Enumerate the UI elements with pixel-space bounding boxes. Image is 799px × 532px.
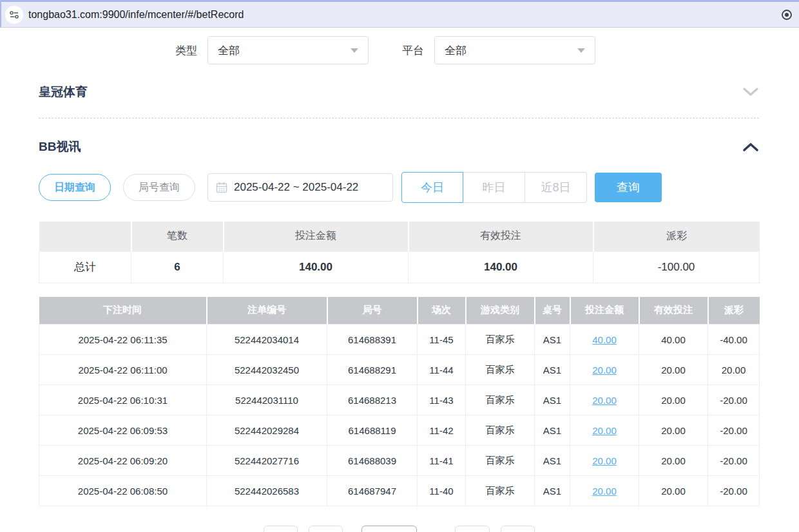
pagination-prev-button[interactable] — [309, 526, 343, 532]
bet-amount-link[interactable]: 20.00 — [592, 395, 617, 406]
cell-valid_bet: 40.00 — [639, 325, 708, 355]
cell-round_no: 614688039 — [327, 446, 418, 476]
cell-round_no: 614688291 — [327, 355, 418, 385]
section-crown-sports[interactable]: 皇冠体育 — [39, 84, 759, 119]
pagination-next-button[interactable] — [455, 526, 490, 532]
pagination-last-button[interactable] — [501, 526, 535, 532]
summary-header-payout: 派彩 — [593, 222, 760, 251]
header-table-no: 桌号 — [535, 297, 570, 325]
type-select[interactable]: 全部 — [207, 36, 369, 64]
section-bb-video[interactable]: BB视讯 — [39, 138, 759, 155]
cell-payout: 20.00 — [708, 355, 760, 385]
header-order-no: 注单编号 — [207, 297, 327, 325]
pagination — [39, 526, 759, 532]
quick-range-group: 今日 昨日 近8日 — [401, 172, 587, 203]
cell-bet_time: 2025-04-22 06:10:31 — [39, 385, 207, 415]
cell-bet_amount: 20.00 — [570, 355, 639, 385]
cell-session: 11-41 — [418, 446, 466, 476]
last8days-button[interactable]: 近8日 — [525, 172, 587, 203]
platform-select[interactable]: 全部 — [434, 36, 595, 64]
cell-valid_bet: 20.00 — [639, 415, 708, 446]
summary-header-valid-bet: 有效投注 — [409, 222, 593, 251]
table-row: 2025-04-22 06:09:20522442027716614688039… — [39, 446, 760, 476]
cell-payout: -40.00 — [708, 325, 760, 355]
bet-amount-link[interactable]: 20.00 — [592, 425, 617, 436]
cell-game_type: 百家乐 — [466, 476, 535, 506]
cell-table_no: AS1 — [535, 476, 570, 506]
cell-game_type: 百家乐 — [466, 446, 535, 476]
date-range-value: 2025-04-22 ~ 2025-04-22 — [234, 181, 358, 194]
cell-session: 11-45 — [418, 325, 466, 355]
table-row: 2025-04-22 06:08:50522442026583614687947… — [39, 476, 760, 506]
chevron-down-icon[interactable] — [742, 87, 759, 97]
summary-count: 6 — [131, 251, 224, 283]
cell-order_no: 522442026583 — [207, 476, 327, 506]
cell-order_no: 522442031110 — [207, 385, 327, 415]
cell-table_no: AS1 — [535, 355, 570, 385]
cell-table_no: AS1 — [535, 385, 570, 415]
cell-bet_time: 2025-04-22 06:09:53 — [39, 415, 207, 446]
date-query-tab[interactable]: 日期查询 — [39, 174, 111, 201]
bet-amount-link[interactable]: 20.00 — [592, 486, 617, 497]
cell-bet_amount: 20.00 — [570, 415, 639, 446]
cell-bet_time: 2025-04-22 06:11:35 — [39, 325, 207, 355]
pagination-current-page[interactable] — [361, 526, 417, 532]
bet-table-body: 2025-04-22 06:11:35522442034014614688391… — [39, 325, 760, 506]
summary-header-count: 笔数 — [131, 222, 224, 251]
target-icon[interactable] — [781, 9, 793, 21]
cell-bet_amount: 20.00 — [570, 476, 639, 506]
summary-valid-bet: 140.00 — [409, 251, 593, 283]
cell-bet_time: 2025-04-22 06:11:00 — [39, 355, 207, 385]
cell-payout: -20.00 — [708, 415, 760, 446]
bet-amount-link[interactable]: 20.00 — [592, 455, 617, 466]
chevron-down-icon — [577, 48, 585, 53]
header-bet-time: 下注时间 — [39, 297, 207, 325]
cell-valid_bet: 20.00 — [639, 385, 708, 415]
cell-session: 11-42 — [418, 415, 466, 446]
yesterday-button[interactable]: 昨日 — [463, 172, 525, 203]
pagination-first-button[interactable] — [264, 526, 298, 532]
cell-payout: -20.00 — [708, 385, 760, 415]
table-row: 2025-04-22 06:09:53522442029284614688119… — [39, 415, 760, 446]
platform-select-value: 全部 — [445, 43, 577, 58]
summary-bet-amount: 140.00 — [224, 251, 409, 283]
table-row: 2025-04-22 06:11:35522442034014614688391… — [39, 325, 760, 355]
header-valid-bet: 有效投注 — [639, 297, 708, 325]
cell-order_no: 522442029284 — [207, 415, 327, 446]
table-row: 2025-04-22 06:11:00522442032450614688291… — [39, 355, 760, 385]
search-button[interactable]: 查询 — [595, 173, 662, 202]
cell-valid_bet: 20.00 — [639, 446, 708, 476]
summary-header-bet-amount: 投注金额 — [224, 222, 409, 251]
type-label: 类型 — [175, 43, 197, 58]
cell-table_no: AS1 — [535, 446, 570, 476]
cell-valid_bet: 20.00 — [639, 476, 708, 506]
platform-label: 平台 — [402, 43, 424, 58]
bet-record-table: 下注时间 注单编号 局号 场次 游戏类别 桌号 投注金额 有效投注 派彩 202… — [39, 297, 760, 507]
bet-amount-link[interactable]: 40.00 — [592, 334, 617, 345]
chevron-down-icon — [351, 48, 358, 53]
table-row: 2025-04-22 06:10:31522442031110614688213… — [39, 385, 760, 415]
date-range-input[interactable]: 2025-04-22 ~ 2025-04-22 — [207, 173, 393, 202]
cell-session: 11-44 — [418, 355, 466, 385]
site-settings-button[interactable] — [5, 6, 23, 24]
cell-bet_amount: 40.00 — [570, 325, 639, 355]
today-button[interactable]: 今日 — [401, 172, 463, 203]
chevron-up-icon[interactable] — [742, 142, 759, 152]
filter-row: 类型 全部 平台 全部 — [39, 36, 759, 64]
cell-session: 11-40 — [418, 476, 466, 506]
summary-header-blank — [39, 222, 131, 251]
cell-round_no: 614688213 — [327, 385, 418, 415]
round-query-tab[interactable]: 局号查询 — [123, 174, 195, 201]
cell-game_type: 百家乐 — [466, 415, 535, 446]
url-text[interactable]: tongbao31.com:9900/infe/mcenter/#/betRec… — [28, 9, 776, 21]
cell-bet_amount: 20.00 — [570, 385, 639, 415]
header-round-no: 局号 — [327, 297, 418, 325]
header-session: 场次 — [418, 297, 466, 325]
cell-payout: -20.00 — [708, 476, 760, 506]
type-select-value: 全部 — [218, 43, 351, 58]
cell-round_no: 614688119 — [327, 415, 418, 446]
header-payout: 派彩 — [708, 297, 760, 325]
bet-record-page: 类型 全部 平台 全部 皇冠体育 BB视讯 日期查询 局号查询 — [0, 36, 799, 532]
bet-amount-link[interactable]: 20.00 — [592, 365, 617, 375]
cell-game_type: 百家乐 — [466, 355, 535, 385]
